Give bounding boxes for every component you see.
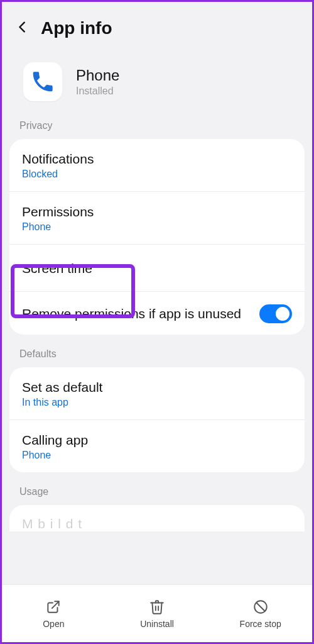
chevron-left-icon [16, 20, 30, 34]
row-calling-app[interactable]: Calling app Phone [9, 420, 305, 472]
svg-line-4 [256, 602, 264, 611]
row-title: Remove permissions if app is unused [22, 305, 253, 323]
app-status: Installed [76, 86, 119, 97]
defaults-card: Set as default In this app Calling app P… [9, 367, 305, 472]
row-remove-permissions[interactable]: Remove permissions if app is unused [9, 292, 305, 335]
usage-card: M b i l d t [9, 505, 305, 531]
open-button[interactable]: Open [2, 585, 106, 642]
row-sub: Blocked [22, 169, 292, 180]
uninstall-button[interactable]: Uninstall [106, 585, 209, 642]
row-screentime[interactable]: Screen time [9, 245, 305, 292]
forcestop-button[interactable]: Force stop [208, 585, 312, 642]
back-button[interactable] [16, 20, 30, 36]
header: App info [2, 2, 312, 45]
app-summary: Phone Installed [2, 45, 312, 116]
row-title: Permissions [22, 204, 292, 219]
bottom-label: Uninstall [140, 619, 174, 629]
app-icon [23, 62, 62, 101]
page-title: App info [41, 18, 112, 38]
trash-icon [149, 599, 165, 615]
section-label-privacy: Privacy [2, 116, 312, 136]
toggle-knob [276, 307, 290, 321]
bottom-label: Open [43, 619, 64, 629]
phone-icon [30, 69, 55, 94]
toggle-remove-permissions[interactable] [259, 304, 292, 323]
row-title: Set as default [22, 380, 292, 395]
row-title: Screen time [22, 257, 292, 280]
row-title: Calling app [22, 433, 292, 448]
row-sub: Phone [22, 450, 292, 461]
bottom-bar: Open Uninstall Force stop [2, 584, 312, 642]
row-notifications[interactable]: Notifications Blocked [9, 139, 305, 192]
row-sub: Phone [22, 221, 292, 233]
open-icon [45, 599, 62, 615]
row-title: Notifications [22, 152, 292, 167]
row-mobile-data[interactable]: M b i l d t [9, 505, 305, 531]
app-name: Phone [76, 67, 119, 84]
stop-icon [252, 599, 269, 615]
row-sub: In this app [22, 397, 292, 408]
row-set-default[interactable]: Set as default In this app [9, 367, 305, 420]
section-label-defaults: Defaults [2, 345, 312, 365]
privacy-card: Notifications Blocked Permissions Phone … [9, 139, 305, 335]
row-permissions[interactable]: Permissions Phone [9, 192, 305, 245]
bottom-label: Force stop [240, 619, 281, 629]
section-label-usage: Usage [2, 482, 312, 502]
content: Phone Installed Privacy Notifications Bl… [2, 45, 312, 642]
